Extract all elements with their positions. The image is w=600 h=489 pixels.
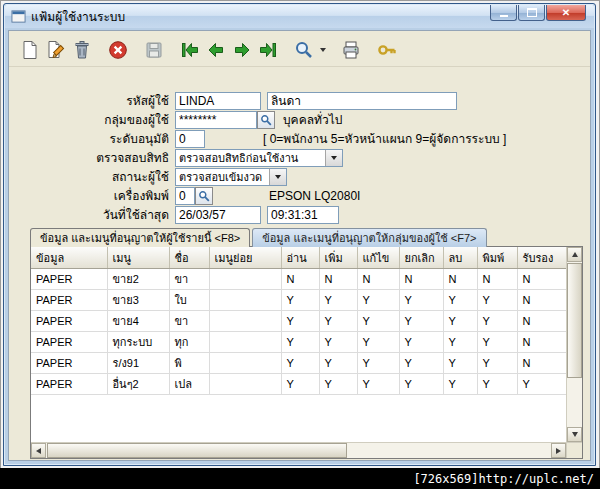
table-cell[interactable]: ขาย4 bbox=[107, 311, 169, 332]
table-cell[interactable]: N bbox=[281, 269, 319, 290]
table-cell[interactable]: ขาย2 bbox=[107, 269, 169, 290]
table-cell[interactable]: Y bbox=[281, 353, 319, 374]
scroll-down-button[interactable] bbox=[567, 427, 582, 442]
column-header[interactable]: เมนู bbox=[107, 247, 169, 269]
table-cell[interactable]: N bbox=[517, 290, 566, 311]
next-record-button[interactable] bbox=[229, 37, 255, 63]
table-cell[interactable]: Y bbox=[357, 332, 399, 353]
table-cell[interactable] bbox=[209, 374, 281, 395]
tab-group-permissions[interactable]: ข้อมูล และเมนูที่อนุญาตให้กลุ่มของผู้ใช้… bbox=[252, 228, 486, 247]
table-cell[interactable]: Y bbox=[399, 311, 443, 332]
save-button[interactable] bbox=[141, 37, 167, 63]
chevron-down-icon[interactable] bbox=[269, 169, 286, 185]
new-record-button[interactable] bbox=[17, 37, 43, 63]
table-row[interactable]: PAPERขาย4ขาYYYYYYN bbox=[31, 311, 566, 332]
column-header[interactable]: ชื่อ bbox=[169, 247, 209, 269]
table-row[interactable]: PAPERร/ง91พิYYYYYYN bbox=[31, 353, 566, 374]
table-row[interactable]: PAPERทุกระบบทุกYYYYYYN bbox=[31, 332, 566, 353]
table-cell[interactable]: Y bbox=[357, 290, 399, 311]
print-button[interactable] bbox=[338, 37, 364, 63]
search-dropdown-button[interactable] bbox=[317, 37, 328, 63]
rights-check-select[interactable]: ตรวจสอบสิทธิก่อนใช้งาน bbox=[175, 149, 343, 167]
table-cell[interactable]: N bbox=[319, 269, 357, 290]
user-name-input[interactable] bbox=[267, 92, 457, 110]
table-cell[interactable]: Y bbox=[443, 332, 477, 353]
table-cell[interactable]: Y bbox=[399, 290, 443, 311]
last-record-button[interactable] bbox=[255, 37, 281, 63]
table-cell[interactable]: PAPER bbox=[31, 311, 107, 332]
key-button[interactable] bbox=[374, 37, 400, 63]
vertical-scrollbar[interactable] bbox=[566, 247, 582, 442]
table-row[interactable]: PAPERอื่นๆ2เปลYYYYYYY bbox=[31, 374, 566, 395]
cancel-button[interactable] bbox=[105, 37, 131, 63]
column-header[interactable]: รับรอง bbox=[517, 247, 566, 269]
table-cell[interactable]: PAPER bbox=[31, 374, 107, 395]
table-cell[interactable]: Y bbox=[319, 311, 357, 332]
table-cell[interactable]: Y bbox=[477, 311, 517, 332]
column-header[interactable]: พิมพ์ bbox=[477, 247, 517, 269]
table-cell[interactable]: Y bbox=[319, 374, 357, 395]
maximize-button[interactable] bbox=[518, 5, 545, 21]
user-status-select[interactable]: ตรวจสอบเข้มงวด bbox=[175, 168, 287, 186]
table-cell[interactable]: ร/ง91 bbox=[107, 353, 169, 374]
table-cell[interactable]: Y bbox=[281, 311, 319, 332]
table-cell[interactable]: Y bbox=[399, 353, 443, 374]
edit-record-button[interactable] bbox=[43, 37, 69, 63]
table-cell[interactable]: พิ bbox=[169, 353, 209, 374]
column-header[interactable]: เพิ่ม bbox=[319, 247, 357, 269]
last-used-date-input[interactable] bbox=[175, 206, 261, 224]
table-row[interactable]: PAPERขาย3ใบYYYYYYN bbox=[31, 290, 566, 311]
titlebar[interactable]: แฟ้มผู้ใช้งานระบบ ✕ bbox=[5, 5, 594, 28]
tab-user-permissions[interactable]: ข้อมูล และเมนูที่อนุญาตให้ผู้ใช้รายนี้ <… bbox=[30, 228, 250, 247]
table-cell[interactable]: Y bbox=[443, 311, 477, 332]
scroll-right-button[interactable] bbox=[551, 443, 566, 458]
close-button[interactable]: ✕ bbox=[546, 5, 586, 21]
table-cell[interactable]: เปล bbox=[169, 374, 209, 395]
table-cell[interactable] bbox=[209, 332, 281, 353]
user-code-input[interactable] bbox=[175, 92, 261, 110]
table-cell[interactable]: ขาย3 bbox=[107, 290, 169, 311]
column-header[interactable]: ลบ bbox=[443, 247, 477, 269]
horizontal-scrollbar[interactable] bbox=[31, 442, 566, 458]
table-cell[interactable]: N bbox=[399, 269, 443, 290]
vertical-scroll-thumb[interactable] bbox=[567, 263, 582, 378]
table-cell[interactable]: ใบ bbox=[169, 290, 209, 311]
table-cell[interactable]: Y bbox=[399, 332, 443, 353]
table-cell[interactable]: อื่นๆ2 bbox=[107, 374, 169, 395]
table-cell[interactable]: ทุก bbox=[169, 332, 209, 353]
table-cell[interactable]: Y bbox=[443, 374, 477, 395]
table-cell[interactable]: Y bbox=[517, 374, 566, 395]
table-cell[interactable]: N bbox=[477, 269, 517, 290]
last-used-time-input[interactable] bbox=[267, 206, 339, 224]
column-header[interactable]: ข้อมูล bbox=[31, 247, 107, 269]
table-cell[interactable]: Y bbox=[477, 290, 517, 311]
horizontal-scroll-thumb[interactable] bbox=[47, 443, 347, 458]
table-cell[interactable]: Y bbox=[477, 332, 517, 353]
group-lookup-button[interactable] bbox=[257, 111, 275, 129]
table-cell[interactable]: Y bbox=[357, 353, 399, 374]
table-cell[interactable]: N bbox=[517, 332, 566, 353]
table-cell[interactable]: PAPER bbox=[31, 353, 107, 374]
table-cell[interactable]: Y bbox=[319, 332, 357, 353]
scroll-left-button[interactable] bbox=[31, 443, 46, 458]
table-row[interactable]: PAPERขาย2ขาNNNNNNN bbox=[31, 269, 566, 290]
table-cell[interactable]: PAPER bbox=[31, 269, 107, 290]
table-cell[interactable]: ทุกระบบ bbox=[107, 332, 169, 353]
table-cell[interactable]: Y bbox=[443, 290, 477, 311]
table-cell[interactable] bbox=[209, 311, 281, 332]
table-cell[interactable]: Y bbox=[477, 353, 517, 374]
table-cell[interactable]: Y bbox=[281, 374, 319, 395]
table-cell[interactable]: PAPER bbox=[31, 290, 107, 311]
user-group-input[interactable] bbox=[175, 111, 257, 129]
table-cell[interactable]: N bbox=[357, 269, 399, 290]
column-header[interactable]: ยกเลิก bbox=[399, 247, 443, 269]
table-cell[interactable]: Y bbox=[357, 374, 399, 395]
table-cell[interactable] bbox=[209, 269, 281, 290]
table-cell[interactable]: Y bbox=[319, 290, 357, 311]
table-cell[interactable]: N bbox=[517, 353, 566, 374]
search-button[interactable] bbox=[291, 37, 317, 63]
previous-record-button[interactable] bbox=[203, 37, 229, 63]
table-cell[interactable]: ขา bbox=[169, 269, 209, 290]
table-cell[interactable] bbox=[209, 290, 281, 311]
table-cell[interactable]: Y bbox=[281, 332, 319, 353]
